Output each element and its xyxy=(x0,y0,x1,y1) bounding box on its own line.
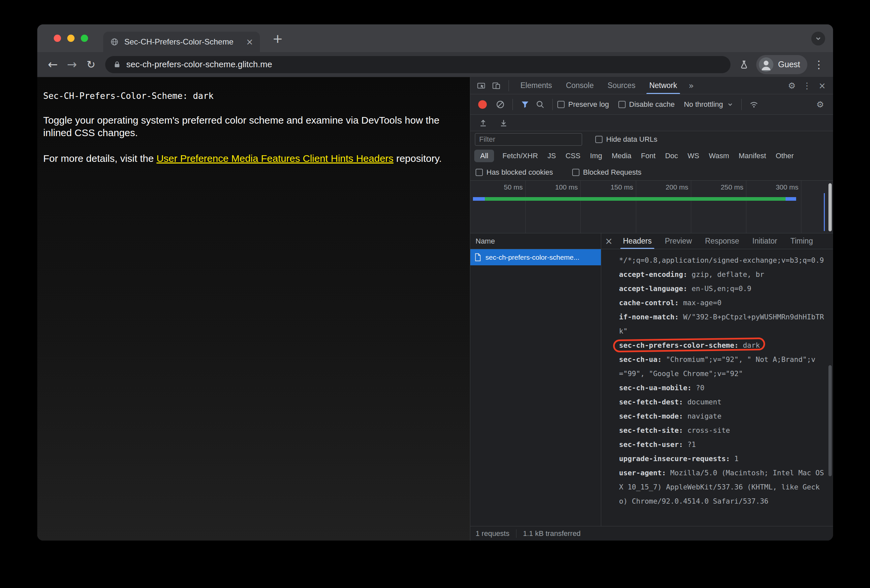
divider xyxy=(516,529,517,538)
header-line: sec-ch-ua: "Chromium";v="92", " Not A;Br… xyxy=(619,352,825,381)
zoom-window-button[interactable] xyxy=(81,35,88,42)
overview-scrollbar[interactable] xyxy=(828,183,832,232)
tick-label: 150 ms xyxy=(611,183,633,191)
chrome-labs-button[interactable] xyxy=(735,56,753,73)
has-blocked-cookies-checkbox[interactable]: Has blocked cookies xyxy=(475,168,553,177)
device-toolbar-icon[interactable] xyxy=(489,79,504,93)
detail-tab-headers[interactable]: Headers xyxy=(617,233,658,249)
profile-button[interactable]: Guest xyxy=(756,55,807,74)
divider xyxy=(741,99,742,110)
lock-icon[interactable] xyxy=(113,61,121,68)
detail-close-icon[interactable]: × xyxy=(601,233,617,249)
chip-img[interactable]: Img xyxy=(587,150,605,162)
header-line: sec-ch-ua-mobile: ?0 xyxy=(619,381,825,395)
chip-wasm[interactable]: Wasm xyxy=(706,150,732,162)
devtools-tab-network[interactable]: Network xyxy=(642,77,684,94)
load-event-marker xyxy=(824,193,825,231)
search-icon[interactable] xyxy=(533,98,548,111)
minimize-window-button[interactable] xyxy=(67,35,74,42)
devtools-tab-elements[interactable]: Elements xyxy=(514,77,559,94)
page-content: Sec-CH-Prefers-Color-Scheme: dark Toggle… xyxy=(37,77,470,540)
throttling-dropdown[interactable]: No throttling xyxy=(684,100,734,109)
new-tab-button[interactable]: + xyxy=(270,31,285,46)
checkbox-box xyxy=(595,136,603,143)
network-overview-timeline[interactable]: 50 ms 100 ms 150 ms 200 ms 250 ms 300 ms xyxy=(470,181,833,233)
resource-type-filter: All Fetch/XHR JS CSS Img Media Font Doc … xyxy=(470,148,833,164)
disable-cache-checkbox[interactable]: Disable cache xyxy=(618,100,675,109)
close-window-button[interactable] xyxy=(54,35,61,42)
chip-ws[interactable]: WS xyxy=(685,150,702,162)
client-hints-link[interactable]: User Preference Media Features Client Hi… xyxy=(156,153,393,164)
detail-tab-preview[interactable]: Preview xyxy=(658,233,699,249)
reload-button[interactable]: ↻ xyxy=(82,55,101,74)
forward-button[interactable]: → xyxy=(63,55,82,74)
detail-tab-timing[interactable]: Timing xyxy=(784,233,819,249)
browser-menu-button[interactable]: ⋮ xyxy=(810,56,827,73)
headers-content[interactable]: */*;q=0.8,application/signed-exchange;v=… xyxy=(601,249,833,526)
blocked-requests-label: Blocked Requests xyxy=(583,168,641,177)
devtools-menu-icon[interactable]: ⋮ xyxy=(799,78,815,93)
tab-favicon-globe-icon xyxy=(110,37,119,46)
har-export-icon[interactable] xyxy=(496,116,511,130)
header-line: upgrade-insecure-requests: 1 xyxy=(619,451,825,466)
filter-input[interactable] xyxy=(475,133,582,146)
hide-data-urls-checkbox[interactable]: Hide data URLs xyxy=(595,135,657,144)
har-import-icon[interactable] xyxy=(475,116,491,130)
gridline xyxy=(691,181,691,233)
devtools-close-icon[interactable]: × xyxy=(815,78,830,93)
throttling-value: No throttling xyxy=(684,100,723,109)
chip-media[interactable]: Media xyxy=(609,150,634,162)
chip-js[interactable]: JS xyxy=(545,150,559,162)
chip-font[interactable]: Font xyxy=(639,150,658,162)
har-row xyxy=(470,115,833,131)
tab-close-icon[interactable]: × xyxy=(244,36,255,48)
chip-fetch-xhr[interactable]: Fetch/XHR xyxy=(500,150,541,162)
chip-manifest[interactable]: Manifest xyxy=(736,150,769,162)
filter-funnel-icon[interactable] xyxy=(517,98,533,111)
preserve-log-checkbox[interactable]: Preserve log xyxy=(557,100,609,109)
detail-tab-response[interactable]: Response xyxy=(699,233,746,249)
clear-network-log-icon[interactable] xyxy=(493,98,508,111)
tab-search-button[interactable] xyxy=(811,32,825,46)
request-name: sec-ch-prefers-color-scheme... xyxy=(486,254,580,261)
devtools-tab-console[interactable]: Console xyxy=(559,77,600,94)
request-row[interactable]: sec-ch-prefers-color-scheme... xyxy=(470,249,601,265)
has-blocked-cookies-label: Has blocked cookies xyxy=(486,168,553,177)
chip-css[interactable]: CSS xyxy=(563,150,583,162)
preserve-log-label: Preserve log xyxy=(568,100,609,109)
detail-tab-initiator[interactable]: Initiator xyxy=(746,233,784,249)
checkbox-box xyxy=(475,169,483,176)
browser-tab[interactable]: Sec-CH-Prefers-Color-Scheme × xyxy=(103,32,260,52)
paragraph2-prefix: For more details, visit the xyxy=(43,153,156,164)
name-column-header[interactable]: Name xyxy=(470,233,601,249)
gridline xyxy=(746,181,746,233)
hide-data-urls-label: Hide data URLs xyxy=(606,135,657,144)
chip-all[interactable]: All xyxy=(474,150,494,162)
page-paragraph-2: For more details, visit the User Prefere… xyxy=(43,152,463,165)
address-bar[interactable]: sec-ch-prefers-color-scheme.glitch.me xyxy=(105,56,730,73)
inspect-element-icon[interactable] xyxy=(474,79,489,93)
tick-label: 250 ms xyxy=(721,183,743,191)
status-bar: 1 requests 1.1 kB transferred xyxy=(470,526,833,540)
blocked-requests-checkbox[interactable]: Blocked Requests xyxy=(572,168,641,177)
timeline-bar-blue-end xyxy=(785,197,796,201)
blocked-filter-row: Has blocked cookies Blocked Requests xyxy=(470,164,833,181)
record-network-log-button[interactable] xyxy=(478,100,487,109)
detail-tabbar: × Headers Preview Response Initiator Tim… xyxy=(601,233,833,249)
timeline-bar-blue-start xyxy=(473,197,485,201)
network-conditions-wifi-icon[interactable] xyxy=(746,98,761,111)
header-line: */*;q=0.8,application/signed-exchange;v=… xyxy=(619,253,825,267)
network-settings-gear-icon[interactable]: ⚙ xyxy=(813,97,828,112)
header-line: if-none-match: W/"392-B+pCtpzl+pyWUSHMRn… xyxy=(619,310,825,338)
back-button[interactable]: ← xyxy=(43,55,63,74)
headers-scrollbar[interactable] xyxy=(828,365,832,476)
devtools-settings-gear-icon[interactable]: ⚙ xyxy=(784,78,799,93)
tick-label: 100 ms xyxy=(555,183,578,191)
requests-area: Name sec-ch-prefers-color-scheme... × He… xyxy=(470,233,833,526)
chip-doc[interactable]: Doc xyxy=(663,150,681,162)
window-content: Sec-CH-Prefers-Color-Scheme: dark Toggle… xyxy=(37,77,833,540)
devtools-tab-sources[interactable]: Sources xyxy=(600,77,642,94)
chip-other[interactable]: Other xyxy=(773,150,797,162)
more-tabs-icon[interactable]: » xyxy=(684,82,699,90)
header-line: cache-control: max-age=0 xyxy=(619,295,825,310)
